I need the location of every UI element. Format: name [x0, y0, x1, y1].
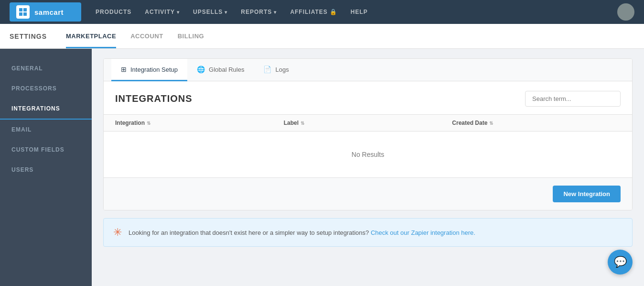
sidebar: GENERAL PROCESSORS INTEGRATIONS EMAIL CU… — [0, 49, 92, 286]
sort-date-icon[interactable]: ⇅ — [489, 121, 493, 126]
nav-help[interactable]: HELP — [351, 9, 368, 15]
inner-tabs: ⊞ Integration Setup 🌐 Global Rules 📄 Log… — [104, 59, 632, 81]
new-integration-button[interactable]: New Integration — [553, 186, 621, 202]
upsells-chevron-icon: ▾ — [225, 10, 227, 15]
tab-global-rules[interactable]: 🌐 Global Rules — [187, 59, 254, 81]
nav-activity[interactable]: ACTIVITY ▾ — [145, 9, 180, 15]
nav-items: PRODUCTS ACTIVITY ▾ UPSELLS ▾ REPORTS ▾ … — [96, 9, 603, 15]
table-empty-state: No Results — [104, 132, 632, 177]
zapier-link[interactable]: Check out our Zapier integration here. — [371, 229, 475, 236]
svg-rect-0 — [19, 8, 22, 11]
main-layout: GENERAL PROCESSORS INTEGRATIONS EMAIL CU… — [0, 49, 644, 286]
info-banner-text: Looking for an integration that doesn't … — [129, 229, 475, 236]
settings-title: SETTINGS — [10, 33, 47, 40]
logo-icon — [16, 5, 30, 19]
top-navigation: samcart PRODUCTS ACTIVITY ▾ UPSELLS ▾ RE… — [0, 0, 644, 24]
grid-icon: ⊞ — [121, 66, 127, 73]
sort-integration-icon[interactable]: ⇅ — [147, 121, 150, 126]
svg-rect-3 — [23, 12, 27, 16]
sidebar-item-email[interactable]: EMAIL — [0, 120, 92, 140]
logo[interactable]: samcart — [10, 2, 81, 22]
settings-header: SETTINGS MARKETPLACE ACCOUNT BILLING — [0, 24, 644, 49]
tab-integration-setup[interactable]: ⊞ Integration Setup — [111, 59, 187, 81]
svg-rect-1 — [23, 8, 27, 11]
zapier-icon: ✳ — [113, 226, 122, 239]
sidebar-item-integrations[interactable]: INTEGRATIONS — [0, 99, 92, 120]
col-label: Label ⇅ — [284, 120, 452, 126]
sidebar-item-general[interactable]: GENERAL — [0, 58, 92, 78]
sidebar-item-processors[interactable]: PROCESSORS — [0, 78, 92, 99]
col-integration: Integration ⇅ — [115, 120, 284, 126]
integrations-panel: ⊞ Integration Setup 🌐 Global Rules 📄 Log… — [103, 58, 633, 210]
globe-icon: 🌐 — [197, 66, 205, 73]
svg-rect-2 — [19, 12, 22, 16]
integrations-title: INTEGRATIONS — [115, 93, 193, 104]
search-input[interactable] — [525, 91, 621, 107]
logo-text: samcart — [34, 8, 64, 16]
tab-marketplace[interactable]: MARKETPLACE — [66, 24, 116, 48]
settings-tabs: MARKETPLACE ACCOUNT BILLING — [66, 24, 204, 48]
chat-icon: 💬 — [614, 256, 627, 268]
avatar[interactable] — [617, 3, 634, 21]
nav-upsells[interactable]: UPSELLS ▾ — [193, 9, 227, 15]
reports-chevron-icon: ▾ — [274, 10, 277, 15]
table-header: Integration ⇅ Label ⇅ Created Date ⇅ — [104, 114, 632, 132]
nav-affiliates[interactable]: AFFILIATES 🔒 — [290, 9, 337, 15]
col-created-date: Created Date ⇅ — [452, 120, 621, 126]
chat-button[interactable]: 💬 — [608, 250, 633, 275]
sort-label-icon[interactable]: ⇅ — [301, 121, 304, 126]
tab-logs[interactable]: 📄 Logs — [254, 59, 298, 81]
sidebar-item-users[interactable]: USERS — [0, 160, 92, 180]
table-footer: New Integration — [104, 177, 632, 210]
lock-icon: 🔒 — [330, 9, 337, 15]
nav-products[interactable]: PRODUCTS — [96, 9, 131, 15]
activity-chevron-icon: ▾ — [177, 10, 180, 15]
logs-file-icon: 📄 — [263, 66, 271, 73]
info-banner: ✳ Looking for an integration that doesn'… — [103, 218, 633, 247]
nav-reports[interactable]: REPORTS ▾ — [241, 9, 277, 15]
integrations-header: INTEGRATIONS — [104, 81, 632, 114]
tab-billing[interactable]: BILLING — [178, 24, 204, 48]
sidebar-item-custom-fields[interactable]: CUSTOM FIELDS — [0, 140, 92, 160]
content-area: ⊞ Integration Setup 🌐 Global Rules 📄 Log… — [92, 49, 644, 286]
tab-account[interactable]: ACCOUNT — [130, 24, 163, 48]
